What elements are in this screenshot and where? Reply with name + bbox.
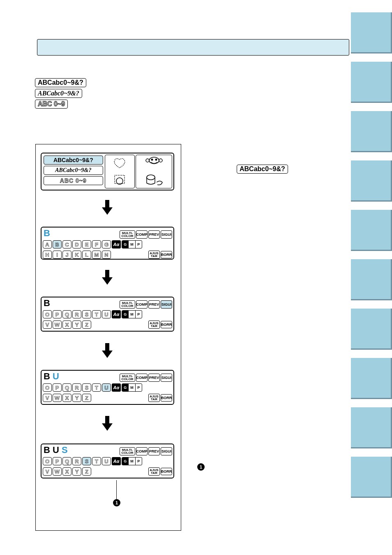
letter-key[interactable]: M xyxy=(92,251,101,259)
side-tab[interactable] xyxy=(351,160,392,202)
svg-rect-0 xyxy=(115,175,125,183)
letter-key[interactable]: P xyxy=(53,383,62,392)
letter-key[interactable]: S xyxy=(82,383,91,392)
adjust-button[interactable]: AJUSTAR xyxy=(148,394,160,402)
letter-key[interactable]: Z xyxy=(82,394,91,402)
frame-option[interactable] xyxy=(105,155,135,188)
letter-key[interactable]: F xyxy=(92,240,101,248)
letter-key[interactable]: S xyxy=(82,310,91,318)
comp-button[interactable]: COMP xyxy=(136,300,148,309)
design-option[interactable] xyxy=(136,155,172,188)
side-tab[interactable] xyxy=(351,12,392,53)
adjust-button[interactable]: AJUSTAR xyxy=(148,320,160,329)
letter-key[interactable]: O xyxy=(43,457,52,465)
svg-point-3 xyxy=(151,158,153,160)
letter-key[interactable]: U xyxy=(102,457,111,465)
letter-key[interactable]: J xyxy=(62,251,71,259)
adjust-button[interactable]: AJUSTAR xyxy=(148,251,160,259)
case-toggle-button[interactable]: Aα xyxy=(112,383,121,392)
letter-key[interactable]: V xyxy=(43,467,52,476)
prev-button[interactable]: PREV xyxy=(148,300,160,309)
letter-key[interactable]: T xyxy=(92,457,101,465)
letter-key[interactable]: N xyxy=(102,251,111,259)
comp-button[interactable]: COMP xyxy=(136,374,148,382)
letter-key[interactable]: Q xyxy=(62,457,71,465)
letter-key[interactable]: S xyxy=(82,457,91,465)
letter-key[interactable]: Q xyxy=(62,383,71,392)
sigui-button[interactable]: SIGUI xyxy=(161,230,172,239)
letter-key[interactable]: Y xyxy=(72,320,81,329)
multicolor-button[interactable]: MULTI-COLOR xyxy=(120,230,135,239)
case-toggle-button[interactable]: Aα xyxy=(112,457,121,465)
letter-key[interactable]: U xyxy=(102,383,111,392)
prev-button[interactable]: PREV xyxy=(148,230,160,239)
sigui-button[interactable]: SIGUI xyxy=(161,374,172,382)
side-tab[interactable] xyxy=(351,309,392,350)
adjust-button[interactable]: AJUSTAR xyxy=(148,467,160,476)
letter-key[interactable]: R xyxy=(72,383,81,392)
letter-key[interactable]: G xyxy=(102,240,111,248)
letter-key[interactable]: H xyxy=(43,251,52,259)
side-tab[interactable] xyxy=(351,457,392,498)
size-selector[interactable]: GMP xyxy=(122,240,142,248)
letter-key[interactable]: Z xyxy=(82,320,91,329)
letter-key[interactable]: B xyxy=(53,240,62,248)
side-tab[interactable] xyxy=(351,358,392,399)
letter-key[interactable]: Q xyxy=(62,310,71,318)
size-selector[interactable]: GMP xyxy=(122,310,142,318)
letter-key[interactable]: A xyxy=(43,240,52,248)
font-option-1[interactable]: ABCabc0~9&? xyxy=(44,156,103,165)
letter-key[interactable]: K xyxy=(72,251,81,259)
size-selector[interactable]: GMP xyxy=(122,383,142,392)
letter-key[interactable]: D xyxy=(72,240,81,248)
side-tab[interactable] xyxy=(351,259,392,300)
side-tab[interactable] xyxy=(351,407,392,448)
letter-key[interactable]: X xyxy=(62,320,71,329)
sigui-button[interactable]: SIGUI xyxy=(161,447,172,455)
letter-key[interactable]: X xyxy=(62,467,71,476)
size-selector[interactable]: GMP xyxy=(122,457,142,465)
prev-button[interactable]: PREV xyxy=(148,447,160,455)
letter-key[interactable]: C xyxy=(62,240,71,248)
letter-key[interactable]: P xyxy=(53,310,62,318)
side-tab[interactable] xyxy=(351,210,392,251)
comp-button[interactable]: COMP xyxy=(136,447,148,455)
delete-button[interactable]: BORR xyxy=(161,251,172,258)
letter-key[interactable]: O xyxy=(43,383,52,392)
multicolor-button[interactable]: MULTI-COLOR xyxy=(120,447,135,455)
delete-button[interactable]: BORR xyxy=(161,468,172,475)
letter-key[interactable]: R xyxy=(72,457,81,465)
letter-key[interactable]: E xyxy=(82,240,91,248)
letter-key[interactable]: O xyxy=(43,310,52,318)
case-toggle-button[interactable]: Aα xyxy=(112,310,121,318)
letter-key[interactable]: Y xyxy=(72,467,81,476)
multicolor-button[interactable]: MULTI-COLOR xyxy=(120,300,135,309)
font-option-3[interactable]: ABC 0~9 xyxy=(44,176,103,185)
letter-key[interactable]: P xyxy=(53,457,62,465)
letter-key[interactable]: W xyxy=(53,467,62,476)
font-option-2[interactable]: ABCabc0~9&? xyxy=(44,166,103,175)
prev-button[interactable]: PREV xyxy=(148,374,160,382)
letter-key[interactable]: X xyxy=(62,394,71,402)
delete-button[interactable]: BORR xyxy=(161,394,172,402)
multicolor-button[interactable]: MULTI-COLOR xyxy=(120,374,135,382)
letter-key[interactable]: R xyxy=(72,310,81,318)
letter-key[interactable]: V xyxy=(43,320,52,329)
letter-key[interactable]: T xyxy=(92,310,101,318)
letter-key[interactable]: U xyxy=(102,310,111,318)
case-toggle-button[interactable]: Aα xyxy=(112,240,121,248)
delete-button[interactable]: BORR xyxy=(161,321,172,328)
comp-button[interactable]: COMP xyxy=(136,230,148,239)
letter-key[interactable]: V xyxy=(43,394,52,402)
letter-key[interactable]: L xyxy=(82,251,91,259)
letter-key[interactable]: Y xyxy=(72,394,81,402)
letter-key[interactable]: T xyxy=(92,383,101,392)
side-tab[interactable] xyxy=(351,111,392,152)
sigui-button[interactable]: SIGUI xyxy=(161,300,172,309)
letter-key[interactable]: W xyxy=(53,394,62,402)
arrow-down-icon xyxy=(103,270,111,285)
letter-key[interactable]: Z xyxy=(82,467,91,476)
letter-key[interactable]: I xyxy=(53,251,62,259)
letter-key[interactable]: W xyxy=(53,320,62,329)
side-tab[interactable] xyxy=(351,62,392,103)
